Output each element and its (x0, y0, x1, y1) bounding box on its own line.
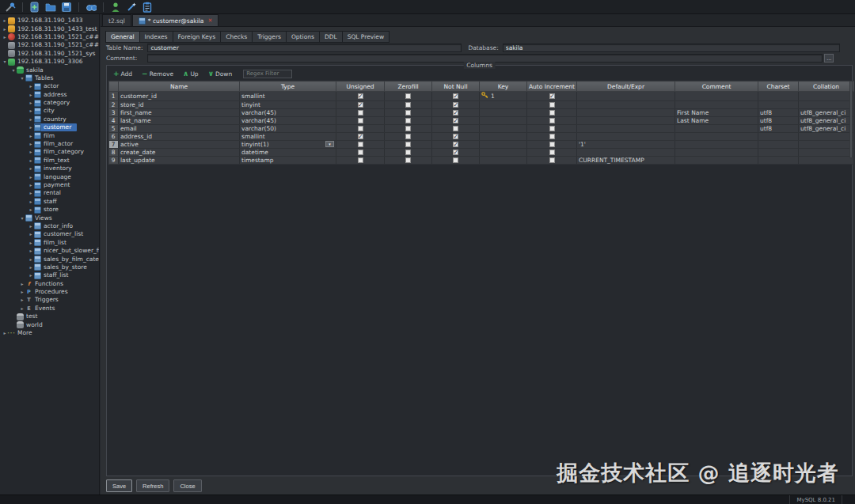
subtab-indexes[interactable]: Indexes (139, 31, 173, 43)
cell-collation[interactable] (799, 133, 854, 141)
grid-header-unsigned[interactable]: Unsigned (336, 81, 385, 92)
tree-collapsed-icon[interactable]: ▸ (28, 173, 34, 181)
tree-collapsed-icon[interactable]: ▸ (19, 288, 25, 296)
cell-default-expr[interactable] (577, 125, 675, 133)
tree-item-192-168-31-190-1521-c-test1[interactable]: ▸192.168.31.190_1521_c##test1 (0, 33, 99, 41)
checkbox-unchecked[interactable] (405, 157, 411, 163)
close-button[interactable]: Close (173, 479, 201, 492)
tree-collapsed-icon[interactable]: ▸ (19, 305, 25, 313)
tree-collapsed-icon[interactable]: ▸ (28, 140, 34, 148)
checkbox-unchecked[interactable] (405, 118, 411, 123)
cell-name[interactable]: last_name (119, 117, 240, 125)
cell-collation[interactable] (799, 141, 854, 149)
tree-item-address[interactable]: ▸address (0, 91, 99, 99)
tree-collapsed-icon[interactable]: ▸ (2, 17, 8, 25)
tree-item-events[interactable]: ▸EEvents (0, 305, 99, 313)
cell-name[interactable]: create_date (119, 149, 240, 157)
cell-not-null[interactable] (432, 149, 480, 157)
save-button[interactable]: Save (106, 479, 132, 492)
cell-charset[interactable] (758, 157, 799, 165)
cell-charset[interactable]: utf8 (758, 109, 799, 117)
checkbox-unchecked[interactable] (405, 142, 411, 147)
cell-auto-increment[interactable] (527, 157, 577, 165)
checkbox-unchecked[interactable] (549, 157, 555, 163)
row-number[interactable]: 9 (109, 157, 119, 165)
checkbox-checked[interactable] (453, 102, 458, 108)
tree-item-world[interactable]: world (0, 320, 99, 328)
tree-collapsed-icon[interactable]: ▸ (28, 271, 34, 279)
tree-item-sales-by-store[interactable]: ▸sales_by_store (0, 263, 99, 271)
cell-auto-increment[interactable] (527, 125, 577, 133)
cell-zerofill[interactable] (385, 149, 432, 157)
cell-collation[interactable] (799, 149, 854, 157)
tree-expanded-icon[interactable]: ▾ (19, 214, 25, 222)
tree-expanded-icon[interactable]: ▾ (19, 74, 25, 82)
cell-unsigned[interactable] (336, 117, 385, 125)
grid-header-collation[interactable]: Collation (799, 81, 854, 92)
cell-comment[interactable] (675, 157, 758, 165)
tree-collapsed-icon[interactable]: ▸ (28, 256, 34, 263)
grid-header-type[interactable]: Type (240, 81, 336, 92)
cell-zerofill[interactable] (385, 92, 432, 101)
cell-type[interactable]: varchar(50) (240, 125, 336, 133)
cell-zerofill[interactable] (385, 109, 432, 117)
checkbox-checked[interactable] (453, 142, 458, 147)
checkbox-checked[interactable] (453, 110, 458, 116)
cell-charset[interactable]: utf8 (758, 125, 799, 133)
tree-item-test[interactable]: test (0, 313, 99, 320)
cell-default-expr[interactable] (577, 149, 675, 157)
tree-item-192-168-31-190-1521-c-test2[interactable]: 192.168.31.190_1521_c##test2 (0, 41, 99, 49)
tree-collapsed-icon[interactable]: ▸ (28, 222, 34, 230)
checkbox-unchecked[interactable] (549, 110, 555, 116)
tree-item-inventory[interactable]: ▸inventory (0, 165, 99, 172)
cell-comment[interactable] (675, 149, 758, 157)
cell-charset[interactable] (758, 101, 799, 109)
cell-comment[interactable]: Last Name (675, 117, 758, 125)
tree-expanded-icon[interactable]: ▾ (10, 66, 17, 74)
checkbox-unchecked[interactable] (358, 118, 363, 123)
cell-collation[interactable]: utf8_general_ci (799, 117, 854, 125)
tree-item-customer[interactable]: ▸customer (0, 123, 99, 131)
tree-collapsed-icon[interactable]: ▸ (28, 132, 34, 140)
grid-header-not-null[interactable]: Not Null (432, 81, 480, 92)
cell-auto-increment[interactable] (527, 109, 577, 117)
cell-comment[interactable]: First Name (675, 109, 758, 117)
magic-wand-icon[interactable] (126, 2, 137, 13)
tree-collapsed-icon[interactable]: ▸ (19, 296, 25, 304)
cell-not-null[interactable] (432, 141, 480, 149)
tree-item-192-168-31-190-1521-sys[interactable]: 192.168.31.190_1521_sys (0, 50, 99, 58)
grid-header-comment[interactable]: Comment (675, 81, 758, 92)
tree-item-staff-list[interactable]: ▸staff_list (0, 271, 99, 279)
tree-collapsed-icon[interactable]: ▸ (28, 230, 34, 238)
checkbox-checked[interactable] (453, 134, 458, 139)
tree-item-film-text[interactable]: ▸film_text (0, 157, 99, 165)
cell-name[interactable]: store_id (119, 101, 240, 109)
tree-item-film-category[interactable]: ▸film_category (0, 148, 99, 156)
checkbox-unchecked[interactable] (358, 126, 363, 131)
cell-key[interactable] (480, 101, 527, 109)
row-number[interactable]: 1 (109, 92, 119, 101)
cell-type[interactable]: varchar(45) (240, 117, 336, 125)
cell-zerofill[interactable] (385, 141, 432, 149)
cell-collation[interactable] (799, 157, 854, 165)
comment-more-button[interactable]: ... (824, 54, 834, 63)
tree-item-views[interactable]: ▾Views (0, 214, 99, 222)
cell-unsigned[interactable] (336, 92, 385, 101)
connect-icon[interactable] (5, 2, 16, 13)
regex-filter-input[interactable] (243, 70, 292, 78)
tree-item-192-168-31-190-1433[interactable]: ▸192.168.31.190_1433 (0, 17, 99, 25)
row-number[interactable]: 2 (109, 101, 119, 109)
checkbox-unchecked[interactable] (358, 157, 363, 163)
tree-item-actor-info[interactable]: ▸actor_info (0, 222, 99, 230)
grid-header-key[interactable]: Key (480, 81, 527, 92)
subtab-checks[interactable]: Checks (220, 31, 252, 43)
row-number[interactable]: 7 (109, 141, 119, 149)
database-input[interactable] (503, 44, 840, 52)
cell-type[interactable]: varchar(45) (240, 109, 336, 117)
new-file-icon[interactable] (29, 2, 40, 13)
cell-not-null[interactable] (432, 92, 480, 101)
tree-item-triggers[interactable]: ▸TTriggers (0, 296, 99, 304)
cell-key[interactable] (480, 117, 527, 125)
tree-item-film-actor[interactable]: ▸film_actor (0, 140, 99, 148)
tree-item-category[interactable]: ▸category (0, 99, 99, 107)
